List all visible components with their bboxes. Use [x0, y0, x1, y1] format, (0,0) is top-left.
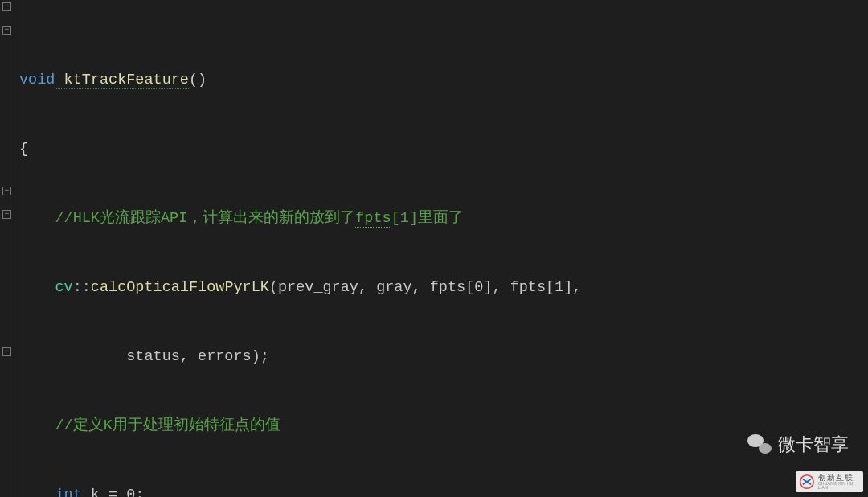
fold-toggle[interactable]	[2, 347, 11, 356]
fold-toggle[interactable]	[2, 26, 11, 35]
code-line[interactable]: {	[19, 138, 581, 162]
code-line[interactable]: //定义K用于处理初始特征点的值	[19, 415, 581, 438]
fold-toggle[interactable]	[2, 187, 11, 195]
fold-gutter	[0, 0, 14, 497]
company-watermark: 创新互联 CHUANG XIN HU LIAN	[796, 471, 863, 492]
wechat-watermark: 微卡智享	[747, 431, 849, 458]
code-area[interactable]: void ktTrackFeature() { //HLK光流跟踪API，计算出…	[14, 0, 581, 497]
company-logo-icon	[799, 473, 815, 491]
code-editor[interactable]: void ktTrackFeature() { //HLK光流跟踪API，计算出…	[0, 0, 868, 497]
wechat-icon	[747, 434, 772, 455]
fold-toggle[interactable]	[2, 2, 11, 11]
fold-toggle[interactable]	[2, 210, 11, 219]
code-line[interactable]: int k = 0;	[19, 484, 581, 497]
code-line[interactable]: void ktTrackFeature()	[19, 69, 581, 92]
wechat-label: 微卡智享	[778, 431, 849, 458]
company-name-en: CHUANG XIN HU LIAN	[818, 482, 860, 490]
code-line[interactable]: //HLK光流跟踪API，计算出来的新的放到了fpts[1]里面了	[19, 207, 581, 231]
code-line[interactable]: cv::calcOpticalFlowPyrLK(prev_gray, gray…	[19, 277, 581, 300]
code-line[interactable]: status, errors);	[19, 346, 581, 369]
